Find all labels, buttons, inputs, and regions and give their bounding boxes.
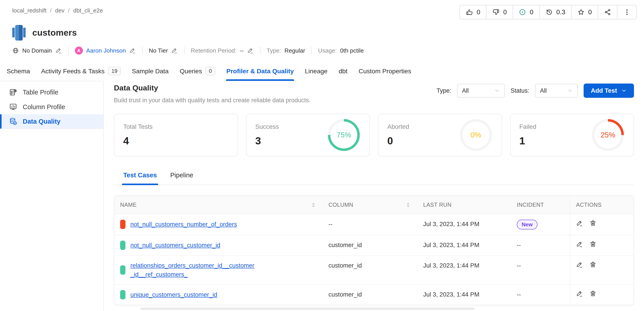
test-column-value: customer_id — [328, 262, 362, 269]
data-quality-panel: Data Quality Build trust in your data wi… — [104, 81, 644, 311]
ring-percent-label: 25% — [591, 118, 624, 152]
edit-retention-icon[interactable] — [247, 47, 254, 54]
horizontal-scrollbar[interactable] — [140, 308, 475, 310]
incident-status-icon — [519, 8, 526, 16]
tab-profiler-data-quality[interactable]: Profiler & Data Quality — [226, 61, 294, 81]
domain-label: No Domain — [22, 47, 52, 54]
delete-test-icon[interactable] — [590, 290, 596, 297]
owner-meta: A Aaron Johnson — [75, 46, 136, 54]
status-filter-select[interactable]: All — [535, 84, 578, 98]
tab-custom-properties[interactable]: Custom Properties — [358, 61, 411, 81]
tab-dbt[interactable]: dbt — [339, 61, 348, 81]
tab-label: Custom Properties — [358, 68, 411, 75]
incident-new-badge[interactable]: New — [517, 220, 538, 230]
edit-test-icon[interactable] — [576, 220, 583, 227]
test-case-link[interactable]: not_null_customers_customer_id — [130, 241, 220, 250]
test-column-value: customer_id — [328, 291, 362, 298]
edit-owner-icon[interactable] — [129, 47, 136, 54]
sidebar-item-label: Data Quality — [23, 118, 60, 125]
column-header-column: COLUMN — [328, 202, 353, 208]
tab-label: Profiler & Data Quality — [226, 68, 294, 75]
tier-meta: No Tier — [149, 47, 178, 54]
test-last-run: Jul 3, 2023, 1:44 PM — [423, 262, 479, 269]
test-case-link[interactable]: relationships_orders_customer_id__custom… — [130, 261, 255, 279]
table-row: not_null_customers_customer_id customer_… — [114, 235, 634, 256]
meta-divider — [311, 47, 312, 54]
test-status-indicator-failed — [120, 220, 126, 229]
breadcrumb-service[interactable]: local_redshift — [12, 7, 46, 14]
incident-count-button[interactable]: 0 — [512, 5, 539, 19]
entity-action-toolbar: 0 0 0 0.3 0 — [460, 5, 637, 20]
tab-activity-feeds[interactable]: Activity Feeds & Tasks 19 — [41, 61, 121, 81]
test-column-value: customer_id — [328, 242, 362, 248]
tab-label: Lineage — [305, 68, 327, 75]
edit-tier-icon[interactable] — [171, 47, 178, 54]
card-label: Aborted — [387, 123, 409, 130]
breadcrumb-schema[interactable]: dbt_cli_e2e — [73, 7, 103, 14]
delete-test-icon[interactable] — [590, 220, 596, 227]
upvote-button[interactable]: 0 — [460, 5, 486, 19]
column-header-last-run: LAST RUN — [423, 202, 452, 208]
chevron-down-icon — [494, 88, 500, 94]
edit-test-icon[interactable] — [576, 290, 583, 297]
column-header-actions: ACTIONS — [576, 202, 602, 208]
test-case-link[interactable]: not_null_customers_number_of_orders — [130, 220, 237, 229]
meta-divider — [184, 47, 184, 54]
type-filter-select[interactable]: All — [457, 84, 505, 98]
edit-test-icon[interactable] — [576, 240, 583, 248]
table-row: unique_customers_customer_id customer_id… — [114, 284, 634, 305]
tab-schema[interactable]: Schema — [7, 61, 30, 81]
sidebar-item-data-quality[interactable]: Data Quality — [0, 114, 104, 129]
meta-divider — [260, 47, 260, 54]
ring-percent-label: 75% — [327, 118, 360, 152]
owner-name-link[interactable]: Aaron Johnson — [86, 47, 126, 54]
downvote-button[interactable]: 0 — [486, 5, 512, 19]
meta-divider — [142, 47, 142, 54]
retention-value: -- — [240, 47, 244, 54]
tab-pipeline[interactable]: Pipeline — [170, 172, 193, 185]
share-button[interactable] — [598, 5, 617, 19]
card-value: 3 — [255, 135, 279, 147]
aborted-card: Aborted 0 0% — [378, 114, 502, 156]
sort-icon[interactable] — [312, 202, 315, 208]
type-value: Regular — [284, 47, 305, 54]
success-ring: 75% — [327, 118, 360, 152]
status-filter-label: Status: — [510, 87, 529, 94]
table-header-row: NAME COLUMN LAST RUN INCIDENT ACTIONS — [114, 196, 634, 214]
star-button[interactable]: 0 — [571, 5, 598, 19]
version-history-button[interactable]: 0.3 — [539, 5, 571, 19]
usage-meta: Usage: 0th pctile — [318, 47, 364, 54]
panel-description: Build trust in your data with quality te… — [114, 96, 310, 104]
tab-count-badge: 19 — [108, 67, 121, 75]
test-case-link[interactable]: unique_customers_customer_id — [130, 290, 217, 299]
app-page: local_redshift / dev / dbt_cli_e2e 0 0 0 — [0, 0, 644, 311]
total-tests-card: Total Tests 4 — [114, 114, 238, 156]
tab-test-cases[interactable]: Test Cases — [123, 172, 157, 185]
sidebar-item-table-profile[interactable]: Table Profile — [0, 85, 104, 100]
tab-count-badge: 0 — [206, 67, 215, 75]
sort-icon[interactable] — [406, 202, 410, 208]
tab-label: Queries — [180, 68, 202, 75]
type-meta: Type: Regular — [267, 47, 305, 54]
delete-test-icon[interactable] — [590, 261, 596, 268]
breadcrumb-database[interactable]: dev — [55, 7, 64, 14]
filter-controls: Type: All Status: All Add Test — [436, 84, 634, 98]
entity-meta-bar: No Domain A Aaron Johnson No Tier Retent… — [12, 46, 637, 54]
tab-queries[interactable]: Queries 0 — [180, 61, 215, 81]
column-header-name: NAME — [120, 202, 136, 208]
edit-test-icon[interactable] — [576, 261, 583, 268]
tab-label: Sample Data — [132, 68, 169, 75]
tab-sample-data[interactable]: Sample Data — [132, 61, 169, 81]
chevron-down-icon — [621, 88, 627, 94]
tab-label: Activity Feeds & Tasks — [41, 68, 105, 75]
test-view-tabs: Test Cases Pipeline — [114, 172, 634, 185]
delete-test-icon[interactable] — [590, 240, 596, 248]
owner-avatar[interactable]: A — [75, 46, 83, 54]
add-test-button[interactable]: Add Test — [584, 84, 634, 98]
sidebar-item-column-profile[interactable]: Column Profile — [0, 100, 104, 114]
edit-domain-icon[interactable] — [55, 47, 62, 54]
incident-count: 0 — [530, 8, 533, 16]
aborted-ring: 0% — [459, 118, 493, 152]
more-options-button[interactable] — [617, 5, 636, 19]
tab-lineage[interactable]: Lineage — [305, 61, 327, 81]
